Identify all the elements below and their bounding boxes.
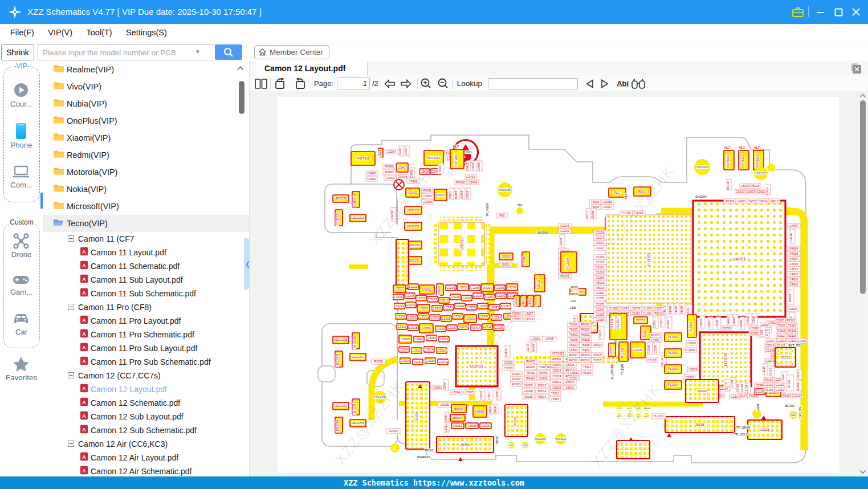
- scroll-down-icon[interactable]: [859, 470, 866, 474]
- sidebar-item-game[interactable]: [13, 274, 30, 288]
- tree-group-row[interactable]: Camon 12 (CC7,CC7s): [43, 369, 249, 382]
- sidebar-item-favorites[interactable]: [13, 356, 30, 374]
- zoom-in-button[interactable]: [418, 77, 435, 91]
- viewer-scrollbar-thumb[interactable]: [860, 100, 866, 294]
- menu-settings[interactable]: Settings(S): [120, 24, 173, 37]
- expander-icon[interactable]: [68, 234, 74, 244]
- page-number-input[interactable]: [337, 78, 370, 90]
- binoculars-search-button[interactable]: [629, 77, 648, 91]
- page-forward-button[interactable]: [398, 77, 414, 91]
- folder-icon: [53, 82, 64, 92]
- menu-vip[interactable]: VIP(V): [42, 24, 78, 37]
- svg-text:T6505: T6505: [569, 338, 578, 341]
- svg-text:C2103: C2103: [741, 384, 744, 392]
- tree-folder-row[interactable]: Xiaomi(VIP): [43, 129, 249, 146]
- svg-text:PWRKEY: PWRKEY: [417, 455, 431, 459]
- tree-file-row[interactable]: ACamon 11 Pro Schematic.pdf: [43, 328, 249, 341]
- minimize-button[interactable]: [813, 5, 828, 19]
- tree-folder-row-active[interactable]: Tecno(VIP): [43, 215, 249, 232]
- tree-scroll-up-icon[interactable]: [237, 66, 244, 71]
- pdf-icon: A: [80, 411, 88, 422]
- abi-text-tool[interactable]: Abi: [617, 79, 629, 88]
- tree-file-row[interactable]: ACamon 12 Air Schematic.pdf: [43, 464, 249, 476]
- tree-file-row[interactable]: ACamon 11 Schematic.pdf: [43, 259, 249, 273]
- svg-text:C6501: C6501: [569, 348, 577, 352]
- facing-pages-button[interactable]: [252, 77, 270, 91]
- tree-file-row[interactable]: ACamon 12 Air Layout.pdf: [43, 451, 249, 464]
- close-button[interactable]: [849, 5, 863, 19]
- svg-text:ANT3401: ANT3401: [454, 154, 458, 167]
- find-previous-button[interactable]: [582, 77, 597, 91]
- tree-file-row[interactable]: ACamon 11 Pro Layout.pdf: [43, 314, 249, 328]
- maximize-button[interactable]: [831, 5, 846, 19]
- svg-text:R3402: R3402: [532, 344, 535, 352]
- sidebar-item-phone[interactable]: [15, 123, 27, 142]
- chevron-down-icon[interactable]: ▾: [196, 48, 199, 55]
- svg-text:C3314: C3314: [425, 348, 434, 351]
- tree-group-row[interactable]: Camon 11 Pro (CF8): [43, 300, 249, 314]
- tree-file-row[interactable]: ACamon 12 Sub Schematic.pdf: [43, 423, 249, 437]
- tree-file-row[interactable]: ACamon 12 Schematic.pdf: [43, 396, 249, 410]
- tree-group-row[interactable]: Camon 12 Air (CC6,KC3): [43, 437, 249, 451]
- tree-file-row[interactable]: ACamon 11 Sub Schematic.pdf: [43, 287, 249, 300]
- svg-text:R6404: R6404: [526, 377, 535, 380]
- tree-folder-row[interactable]: Realme(VIP): [43, 61, 249, 78]
- svg-text:R2117: R2117: [777, 334, 786, 337]
- svg-text:SH2004: SH2004: [695, 195, 707, 198]
- search-button[interactable]: [215, 44, 242, 60]
- pdf-canvas-area[interactable]: U3200U3001U1001U4001U2001WFL1001ANT3419L…: [250, 91, 868, 476]
- pdf-icon: A: [80, 398, 88, 409]
- svg-text:U2251: U2251: [643, 329, 646, 339]
- rotate-right-button[interactable]: [290, 77, 309, 91]
- svg-text:R2118: R2118: [788, 329, 797, 332]
- scroll-up-icon[interactable]: [859, 93, 866, 98]
- expander-icon[interactable]: [68, 302, 74, 312]
- menu-file[interactable]: File(F): [5, 24, 40, 37]
- pdf-icon: A: [80, 453, 88, 463]
- tab-camon12-layout[interactable]: Camon 12 Layout.pdf: [256, 61, 368, 76]
- sidebar-item-courses[interactable]: [14, 83, 28, 100]
- shrink-button[interactable]: Shrink: [1, 44, 34, 60]
- expander-icon[interactable]: [68, 370, 74, 381]
- tree-scrollbar-thumb[interactable]: [239, 81, 244, 114]
- tree-file-row[interactable]: ACamon 11 Layout.pdf: [43, 246, 249, 259]
- tree-file-row[interactable]: ACamon 12 Layout.pdf: [43, 382, 249, 396]
- sidebar-item-computer[interactable]: [13, 165, 30, 182]
- tree-folder-row[interactable]: Microsoft(VIP): [43, 198, 249, 215]
- tree-file-row[interactable]: ACamon 11 Pro Sub Layout.pdf: [43, 341, 249, 355]
- sidebar-item-drone[interactable]: [13, 233, 29, 251]
- viewer-scrollbar[interactable]: [858, 91, 868, 476]
- rotate-left-button[interactable]: [271, 77, 290, 91]
- svg-text:A: A: [82, 400, 86, 405]
- tree-folder-row[interactable]: Motorola(VIP): [43, 164, 249, 181]
- expander-icon[interactable]: [68, 439, 74, 449]
- tree-group-row[interactable]: Camon 11 (CF7: [43, 232, 249, 246]
- svg-text:L3209: L3209: [497, 294, 506, 298]
- tree-folder-row[interactable]: Vivo(VIP): [43, 78, 249, 95]
- tree-folder-row[interactable]: Nubia(VIP): [43, 95, 249, 112]
- member-center-button[interactable]: Member Center: [254, 45, 329, 59]
- page-back-button[interactable]: [382, 77, 398, 91]
- briefcase-icon[interactable]: [791, 5, 805, 19]
- find-next-button[interactable]: [597, 77, 612, 91]
- zoom-out-button[interactable]: [435, 77, 452, 91]
- search-icon: [223, 47, 234, 58]
- svg-text:SH2003: SH2003: [537, 231, 548, 234]
- svg-text:L3236: L3236: [447, 286, 455, 290]
- svg-text:L3216: L3216: [394, 295, 403, 299]
- svg-text:C6036: C6036: [565, 363, 574, 366]
- tree-folder-row[interactable]: OnePlus(VIP): [43, 112, 249, 129]
- tree-file-row[interactable]: ACamon 12 Sub Layout.pdf: [43, 410, 249, 423]
- tree-file-label: Camon 11 Pro Sub Layout.pdf: [91, 344, 197, 353]
- sidebar-item-car[interactable]: [13, 312, 30, 328]
- lookup-input[interactable]: [488, 78, 578, 89]
- svg-text:C3115: C3115: [763, 366, 766, 374]
- close-all-tabs-button[interactable]: [850, 63, 862, 74]
- tree-file-row[interactable]: ACamon 11 Pro Sub Schematic.pdf: [43, 355, 249, 369]
- svg-text:B6014: B6014: [537, 389, 546, 393]
- tree-file-row[interactable]: ACamon 11 Sub Layout.pdf: [43, 273, 249, 287]
- tree-folder-row[interactable]: Redmi(VIP): [43, 146, 249, 164]
- menu-tool[interactable]: Tool(T): [81, 24, 118, 37]
- tree-folder-row[interactable]: Nokia(VIP): [43, 181, 249, 198]
- model-search-input[interactable]: [38, 44, 218, 60]
